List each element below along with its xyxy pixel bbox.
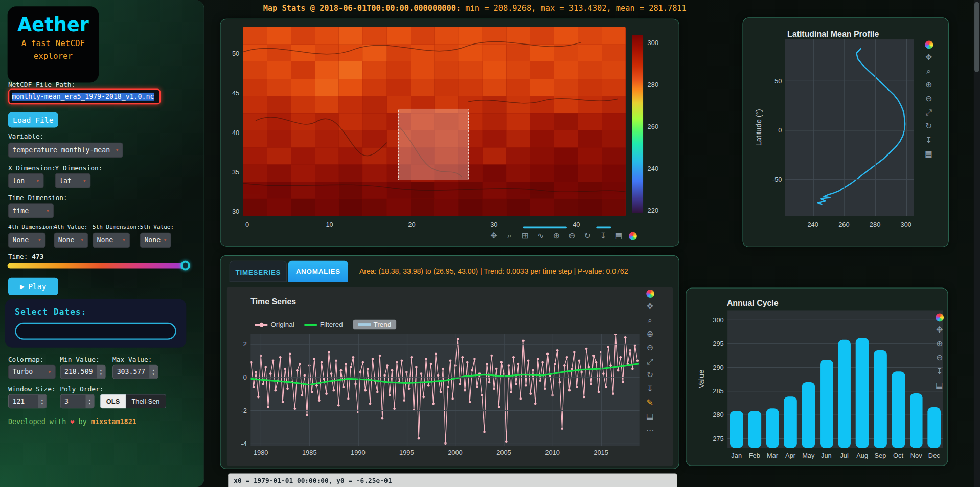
x-gridline [358, 334, 358, 446]
timeseries-plot[interactable] [250, 334, 639, 446]
x-tick-label: Jun [817, 452, 836, 459]
bar-feb[interactable] [748, 411, 761, 448]
download-icon[interactable]: ↧ [934, 366, 945, 377]
bar-jul[interactable] [838, 340, 851, 448]
plotly-logo-icon[interactable] [629, 232, 637, 240]
plotly-logo-icon[interactable] [925, 40, 933, 49]
annual-cycle-ylabel: Value [697, 370, 705, 388]
zoom-in-icon[interactable]: ⊕ [645, 329, 656, 339]
pan-icon[interactable]: ✥ [923, 53, 935, 63]
pan-icon[interactable]: ✥ [934, 325, 945, 336]
zoom-in-icon[interactable]: ⊕ [923, 80, 935, 90]
bar-aug[interactable] [856, 338, 869, 448]
pan-icon[interactable]: ✥ [645, 301, 656, 312]
x-axis-drag-handle[interactable] [523, 227, 567, 229]
legend-item-original[interactable]: Original [255, 321, 294, 328]
x-gridline [875, 39, 876, 216]
x-axis-drag-handle[interactable] [596, 227, 611, 229]
legend: Original Filtered Trend [255, 320, 396, 330]
map-panel: ✥⌕⊞∿⊕⊖↻↧▤ 010203040504540353030028026024… [220, 19, 679, 247]
x-gridline [504, 334, 505, 446]
plotly-logo-icon[interactable] [936, 314, 944, 322]
original-swatch-icon [255, 324, 267, 326]
legend-item-trend[interactable]: Trend [353, 320, 396, 330]
y-tick-label: 0 [764, 126, 782, 134]
zoom-out-icon[interactable]: ⊖ [566, 231, 578, 241]
hover-icon[interactable]: ▤ [934, 380, 945, 390]
map-stats-title: Map Stats @ 2018-06-01T00:00:00.00000000… [263, 3, 461, 12]
download-icon[interactable]: ↧ [598, 231, 609, 241]
hover-icon[interactable]: ▤ [923, 149, 935, 159]
reset-axes-icon[interactable]: ↻ [645, 370, 656, 381]
tab-timeseries[interactable]: TIMESERIES [230, 261, 287, 282]
timeseries-chart: Time Series Original Filtered Trend ✥⌕⊕⊖… [227, 287, 673, 466]
x-tick-label: 20 [402, 220, 421, 228]
zoom-in-icon[interactable]: ⊕ [934, 339, 945, 349]
scrollbar-thumb[interactable] [974, 2, 979, 72]
bar-sep[interactable] [874, 350, 886, 448]
y-tick-label: 45 [223, 89, 239, 97]
autoscale-icon[interactable]: ⤢ [645, 357, 656, 367]
y-tick-label: -2 [232, 407, 247, 414]
bar-jan[interactable] [730, 411, 743, 448]
tab-anomalies[interactable]: ANOMALIES [288, 261, 348, 282]
lasso-icon[interactable]: ∿ [535, 231, 546, 241]
y-gridline [785, 130, 914, 130]
bar-mar[interactable] [766, 408, 779, 448]
hover-icon[interactable]: ▤ [613, 231, 624, 241]
reset-axes-icon[interactable]: ↻ [923, 121, 935, 131]
map-plot[interactable] [243, 27, 626, 216]
x-tick-label: 1980 [252, 449, 270, 456]
bar-apr[interactable] [784, 396, 797, 448]
x-tick-label: Aug [853, 452, 872, 459]
x-gridline [553, 334, 553, 446]
x-tick-label: Jul [835, 452, 854, 459]
timeseries-title: Time Series [250, 297, 296, 306]
bar-dec[interactable] [928, 407, 941, 448]
bar-oct[interactable] [892, 371, 904, 448]
pan-icon[interactable]: ✥ [488, 231, 499, 241]
bar-nov[interactable] [909, 393, 922, 448]
original-series-markers [250, 334, 639, 445]
x-tick-label: Sep [871, 452, 890, 459]
y-gridline [250, 444, 639, 444]
x-gridline [455, 334, 455, 446]
lat-profile-line [785, 39, 914, 216]
draw-line-icon[interactable]: ✎ [645, 398, 656, 408]
zoom-in-icon[interactable]: ⊕ [551, 231, 562, 241]
y-tick-label: 30 [223, 208, 239, 215]
y-tick-label: 0 [232, 373, 247, 381]
reset-axes-icon[interactable]: ↻ [582, 231, 593, 241]
y-tick-label: 295 [697, 340, 723, 347]
y-tick-label: 40 [223, 128, 239, 136]
more-icon[interactable]: ⋯ [645, 425, 656, 435]
y-tick-label: -50 [764, 175, 782, 183]
x-tick-label: 2005 [494, 449, 513, 456]
annual-cycle-plot[interactable] [727, 310, 943, 448]
zoom-icon[interactable]: ⌕ [504, 231, 515, 241]
download-icon[interactable]: ↧ [923, 135, 935, 145]
zoom-out-icon[interactable]: ⊖ [934, 353, 945, 363]
legend-item-filtered[interactable]: Filtered [304, 321, 343, 328]
y-gridline [785, 81, 914, 81]
filtered-swatch-icon [304, 324, 316, 326]
scrollbar[interactable] [974, 0, 980, 487]
x-tick-label: 240 [804, 220, 823, 228]
y-gridline [727, 367, 943, 368]
colorbar-tick-label: 280 [648, 81, 658, 88]
zoom-out-icon[interactable]: ⊖ [923, 94, 935, 104]
bar-may[interactable] [802, 382, 815, 448]
zoom-out-icon[interactable]: ⊖ [645, 343, 656, 353]
plotly-logo-icon[interactable] [646, 290, 654, 298]
autoscale-icon[interactable]: ⤢ [923, 107, 935, 118]
box-select-icon[interactable]: ⊞ [519, 231, 531, 241]
bar-jun[interactable] [820, 360, 833, 448]
zoom-icon[interactable]: ⌕ [645, 315, 656, 325]
y-tick-label: 2 [232, 340, 247, 348]
download-icon[interactable]: ↧ [645, 384, 656, 394]
zoom-icon[interactable]: ⌕ [923, 67, 935, 77]
lat-profile-plot[interactable] [785, 39, 914, 216]
map-selection-box[interactable] [398, 109, 469, 180]
hover-icon[interactable]: ▤ [645, 411, 656, 422]
x-tick-label: 2015 [591, 449, 610, 456]
